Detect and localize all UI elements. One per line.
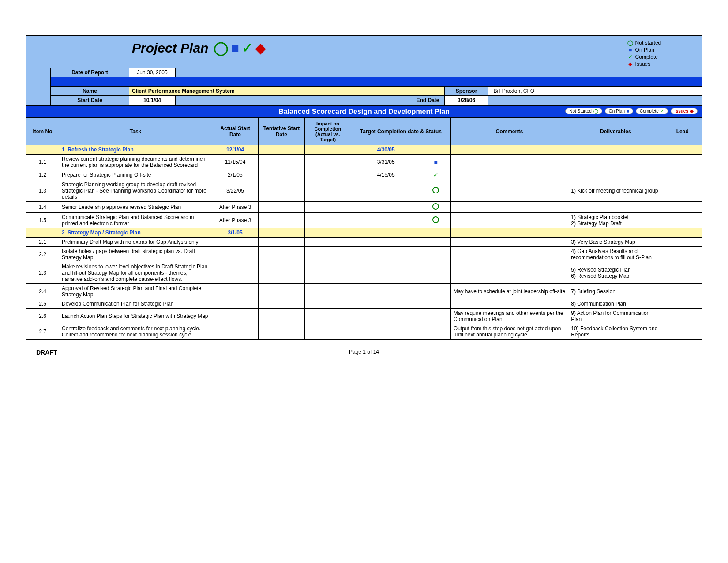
cell-impact — [304, 238, 351, 247]
legend-check-icon: ✓ — [627, 53, 634, 60]
cell-lead — [663, 202, 702, 213]
cell-status — [421, 309, 450, 324]
cell-target — [351, 213, 421, 228]
pill-issues-label: Issues — [675, 109, 688, 113]
name-label: Name — [51, 87, 129, 96]
cell-deliverables: 7) Briefing Session — [568, 284, 663, 299]
cell-astart: 3/22/05 — [212, 180, 259, 202]
cell-deliverables: 5) Revised Strategic Plan6) Revised Stra… — [568, 262, 663, 284]
cell-item: 2.3 — [26, 262, 59, 284]
cell-task: Isolate holes / gaps between draft strat… — [59, 247, 212, 262]
status-circle-icon — [432, 216, 439, 223]
pill-issues[interactable]: Issues◆ — [671, 108, 698, 114]
plan-header-row: Item No Task Actual Start Date Tentative… — [26, 118, 702, 145]
cell-astart: 11/15/04 — [212, 155, 259, 170]
cell-target: 3/31/05 — [351, 155, 421, 170]
cell-astart: After Phase 3 — [212, 213, 259, 228]
col-task: Task — [59, 118, 212, 145]
cell-task: Launch Action Plan Steps for Strategic P… — [59, 309, 212, 324]
cell-item: 1.2 — [26, 170, 59, 180]
section-title-bar: Balanced Scorecard Design and Developmen… — [26, 106, 702, 118]
cell-impact — [304, 309, 351, 324]
cell-comments — [450, 299, 568, 309]
table-row: 2.1Preliminary Draft Map with no extras … — [26, 238, 702, 247]
cell-impact — [304, 324, 351, 340]
cell-astart — [212, 309, 259, 324]
pill-not-started[interactable]: Not Started◯ — [565, 108, 602, 114]
cell-impact — [304, 284, 351, 299]
cell-deliverables: 4) Gap Analysis Results and recommendati… — [568, 247, 663, 262]
cell-deliverables: 3) Very Basic Strategy Map — [568, 238, 663, 247]
table-row: 1.3Strategic Planning working group to d… — [26, 180, 702, 202]
sponsor-value: Bill Praxton, CFO — [488, 87, 702, 96]
cell-deliverables: 8) Communication Plan — [568, 299, 663, 309]
table-row: 2.2Isolate holes / gaps between draft st… — [26, 247, 702, 262]
pill-on-plan-label: On Plan — [609, 109, 625, 113]
footer-page: Page 1 of 14 — [255, 349, 473, 356]
cell-target: 4/15/05 — [351, 170, 421, 180]
cell-target — [351, 262, 421, 284]
pill-check-icon: ✓ — [660, 109, 664, 113]
page-footer: DRAFT Page 1 of 14 — [26, 340, 702, 356]
cell-target — [351, 324, 421, 340]
sponsor-label: Sponsor — [445, 87, 488, 96]
circle-icon: ◯ — [214, 41, 229, 55]
date-of-report-value: Jun 30, 2005 — [129, 68, 176, 77]
cell-astart — [212, 324, 259, 340]
cell-deliverables: 1) Strategic Plan booklet2) Strategy Map… — [568, 213, 663, 228]
cell-lead — [663, 299, 702, 309]
legend-issues: Issues — [635, 61, 651, 67]
cell-astart — [212, 247, 259, 262]
status-square-icon: ■ — [434, 159, 437, 166]
cell-item: 2.5 — [26, 299, 59, 309]
cell-task: Review current strategic planning docume… — [59, 155, 212, 170]
cell-lead — [663, 284, 702, 299]
section-target — [351, 228, 421, 238]
cell-comments — [450, 262, 568, 284]
legend-circle-icon: ◯ — [627, 39, 634, 46]
cell-deliverables — [568, 155, 663, 170]
cell-target — [351, 247, 421, 262]
cell-impact — [304, 202, 351, 213]
table-row: 1.5Communicate Strategic Plan and Balanc… — [26, 213, 702, 228]
header-area: Project Plan ◯■✓◆ ◯Not started ■On Plan … — [26, 36, 702, 106]
cell-astart — [212, 284, 259, 299]
cell-tstart — [258, 180, 304, 202]
cell-deliverables: 9) Action Plan for Communication Plan — [568, 309, 663, 324]
pill-on-plan[interactable]: On Plan■ — [605, 108, 633, 114]
cell-tstart — [258, 170, 304, 180]
cell-item: 1.5 — [26, 213, 59, 228]
pill-complete[interactable]: Complete✓ — [636, 108, 668, 114]
legend-diamond-icon: ◆ — [627, 60, 634, 68]
cell-tstart — [258, 262, 304, 284]
cell-task: Strategic Planning working group to deve… — [59, 180, 212, 202]
table-row: 1.2Prepare for Strategic Planning Off-si… — [26, 170, 702, 180]
cell-task: Preliminary Draft Map with no extras for… — [59, 238, 212, 247]
legend: ◯Not started ■On Plan ✓Complete ◆Issues — [504, 38, 728, 68]
cell-status — [421, 284, 450, 299]
table-row: 1.1Review current strategic planning doc… — [26, 155, 702, 170]
cell-astart — [212, 299, 259, 309]
cell-tstart — [258, 299, 304, 309]
status-circle-icon — [432, 203, 439, 210]
cell-tstart — [258, 324, 304, 340]
cell-comments: May have to schedule at joint leadership… — [450, 284, 568, 299]
cell-impact — [304, 262, 351, 284]
table-row: 2.4Approval of Revised Strategic Plan an… — [26, 284, 702, 299]
cell-impact — [304, 180, 351, 202]
section-astart: 12/1/04 — [212, 145, 259, 155]
cell-item: 2.7 — [26, 324, 59, 340]
cell-status — [421, 262, 450, 284]
cell-tstart — [258, 309, 304, 324]
cell-status — [421, 299, 450, 309]
section-target: 4/30/05 — [351, 145, 421, 155]
legend-square-icon: ■ — [627, 46, 634, 53]
cell-astart — [212, 238, 259, 247]
meta-table: Date of Report Jun 30, 2005 Name Client … — [50, 68, 702, 105]
cell-item: 1.4 — [26, 202, 59, 213]
plan-table: Item No Task Actual Start Date Tentative… — [26, 118, 702, 340]
cell-lead — [663, 180, 702, 202]
blue-separator — [51, 77, 702, 87]
table-row: 1.4Senior Leadership approves revised St… — [26, 202, 702, 213]
table-row: 2.5Develop Communication Plan for Strate… — [26, 299, 702, 309]
